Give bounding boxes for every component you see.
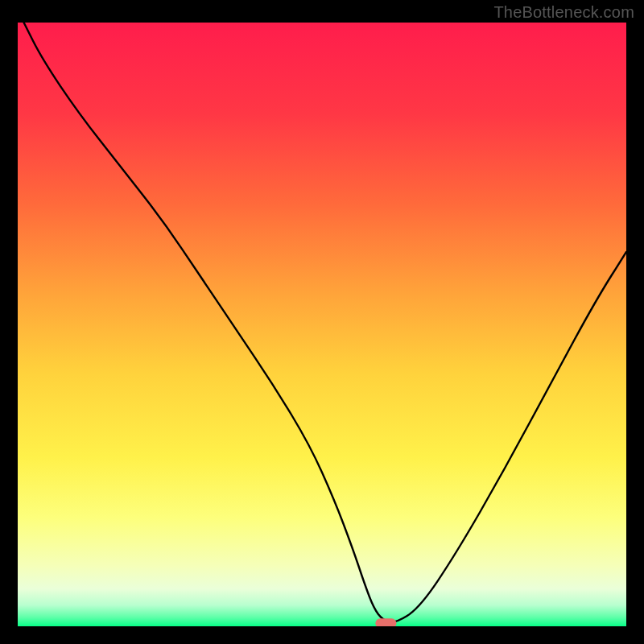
chart-container: TheBottleneck.com <box>0 0 644 644</box>
watermark-text: TheBottleneck.com <box>493 3 634 22</box>
gradient-background <box>18 23 626 626</box>
plot-area <box>18 23 626 626</box>
optimal-point-marker <box>375 618 396 626</box>
chart-svg <box>18 23 626 626</box>
